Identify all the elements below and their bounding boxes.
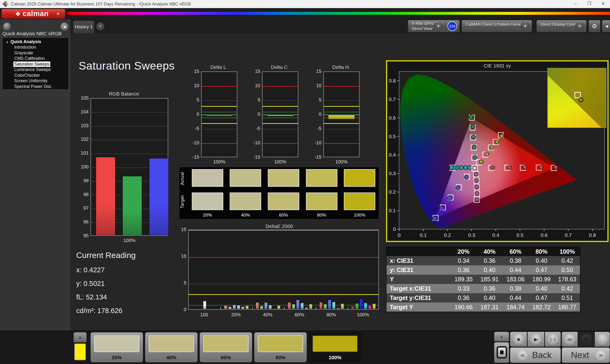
pattern-level-button-100%[interactable]: 100%: [309, 332, 362, 363]
deltae-bar: [364, 303, 367, 309]
calman-window: Calman 2025 Calman Ultimate for Business…: [0, 0, 610, 364]
spectrum-gradient-bar: [68, 12, 610, 15]
refresh-button[interactable]: ⟳: [578, 332, 594, 347]
pattern-generator-selector[interactable]: CalMAN Client 3 Pattern Generator ▼: [462, 20, 532, 32]
x-tick: [316, 307, 316, 309]
y-tick-label: 105: [79, 95, 89, 101]
delta_c-plot: [262, 71, 298, 157]
sidebar-item-screen-uniformity[interactable]: Screen Uniformity: [13, 78, 48, 84]
y-tick-label: 0.3: [389, 170, 396, 176]
y-tick-label: 98: [79, 192, 89, 197]
sidebar-item-luminance-sweeps[interactable]: Luminance Sweeps: [13, 67, 52, 73]
pattern-level-button-40%[interactable]: 40%: [145, 332, 198, 363]
rgb-balance-chart: RGB Balance 1051041031021011009998979695…: [79, 91, 169, 248]
exposure-badge[interactable]: 225: [447, 21, 457, 31]
x-tick-label: 0.6: [541, 232, 547, 238]
measured-cyan: [468, 166, 472, 169]
table-cell: 180.77: [555, 302, 580, 312]
x-tick-label: 100%: [201, 159, 237, 165]
x-tick-label: 0.5: [516, 232, 523, 238]
actual-swatch-40%: [230, 169, 261, 187]
single-measure-button[interactable]: [··]: [545, 332, 561, 347]
tree-root-quick-analysis[interactable]: Quick Analysis: [2, 39, 69, 45]
back-button[interactable]: « Back: [510, 347, 561, 363]
stop-button[interactable]: ■: [510, 332, 527, 347]
table-cell: 0.44: [503, 265, 529, 275]
delta-h-chart: Delta H 151050-5-10-15100%: [312, 64, 369, 164]
sidebar-item-cms-calibration[interactable]: CMS Calibration: [13, 56, 46, 62]
deltae-bar: [264, 302, 268, 309]
pattern-level-button-60%[interactable]: 60%: [199, 332, 252, 363]
deltae-2000-chart: DeltaE 2000 15105010020%40%60%80%100%: [177, 223, 381, 320]
measurement-table: 20%40%60%80%100%x: CIE310.340.360.380.40…: [386, 247, 581, 312]
cie-1931-chart-panel[interactable]: CIE 1931 xy 00.10.20.30.40.50.60.70.800.…: [386, 60, 609, 242]
minimize-icon[interactable]: –: [569, 0, 582, 8]
y-tick-label: 0.1: [389, 208, 396, 213]
gear-icon[interactable]: ⚙: [589, 20, 600, 32]
meter-selector[interactable]: X-Rite i1Pro 2 Direct View ▼ 225: [408, 20, 460, 32]
sidebar-item-spectral-power-dist-[interactable]: Spectral Power Dist.: [13, 84, 53, 90]
main-content: Saturation Sweeps RGB Balance 1051041031…: [71, 33, 610, 331]
sidebar-item-grayscale[interactable]: Grayscale: [13, 50, 34, 56]
expander-icon[interactable]: [6, 41, 8, 43]
display-control-selector[interactable]: Direct Display Control ▼: [536, 20, 587, 32]
pattern-up-arrow-icon[interactable]: ▲: [494, 332, 509, 342]
table-cell: 0.33: [451, 284, 477, 293]
measured-yellow: [490, 145, 494, 149]
maximize-icon[interactable]: ❐: [582, 0, 596, 8]
meter-name: X-Rite i1Pro 2: [412, 21, 437, 26]
pattern-window-button[interactable]: [494, 342, 509, 363]
target-row-label: Target: [180, 194, 186, 210]
measured-blue: [456, 186, 460, 190]
limit-line: [324, 143, 359, 144]
play-button[interactable]: ▶: [527, 332, 545, 347]
patch-up-arrow-icon[interactable]: ▲: [73, 332, 87, 343]
pattern-generator-label: CalMAN Client 3 Pattern Generator: [466, 22, 529, 27]
measured-yellow: [495, 140, 499, 144]
calman-menu-button[interactable]: ❖ calman ▼: [1, 9, 65, 19]
y-tick-label: -15: [312, 154, 322, 160]
measured-yellow: [479, 160, 483, 164]
deltae-bar: [305, 307, 308, 309]
chevron-down-icon[interactable]: ▼: [520, 23, 530, 30]
sidebar-item-saturation-sweeps[interactable]: Saturation Sweeps: [13, 62, 50, 67]
sidebar-collapse-icon[interactable]: ◀: [61, 23, 68, 30]
sidebar-item-introduction[interactable]: Introduction: [13, 45, 37, 50]
row-label: Target x:CIE31: [386, 284, 451, 293]
x-tick-label: 0.2: [444, 232, 451, 238]
limit-line: [324, 106, 359, 107]
chevron-down-icon[interactable]: ▼: [575, 23, 584, 30]
gridline: [324, 129, 359, 129]
sidebar-item-colorchecker[interactable]: ColorChecker: [13, 73, 41, 78]
table-cell: 0.36: [451, 265, 477, 275]
table-header-cell: 60%: [503, 247, 529, 256]
pattern-level-button-80%[interactable]: 80%: [254, 332, 307, 363]
delta_h-plot: [323, 71, 360, 157]
table-cell: 182.72: [529, 302, 555, 312]
limit-line: [263, 106, 298, 107]
current-patch-swatch[interactable]: [74, 343, 86, 360]
y-tick-label: -15: [251, 154, 260, 160]
y-tick-label: -10: [312, 140, 322, 145]
limit-line: [202, 117, 237, 118]
actual-target-swatch-panel: ActualTarget20%40%60%80%100%: [180, 167, 379, 219]
chevron-down-icon[interactable]: ▼: [54, 11, 62, 17]
row-label: Y: [386, 275, 451, 284]
deltae-bar: [273, 309, 276, 309]
add-tab-button[interactable]: +: [96, 22, 104, 30]
pattern-level-label: 20%: [91, 355, 143, 360]
record-button[interactable]: [595, 332, 610, 347]
next-button[interactable]: Next »: [562, 347, 610, 363]
close-icon[interactable]: ✕: [596, 0, 610, 8]
pattern-level-swatch: [203, 335, 248, 352]
chevron-down-icon[interactable]: ▼: [434, 23, 443, 30]
y-tick-label: 10: [312, 83, 322, 88]
continuous-measure-button[interactable]: ∞: [562, 332, 578, 347]
collapse-panel-icon[interactable]: ◀: [602, 20, 610, 32]
measured-cyan: [464, 166, 467, 169]
measured-blue: [447, 196, 452, 200]
pattern-level-button-20%[interactable]: 20%: [90, 332, 143, 363]
actual-row-label: Actual: [180, 170, 186, 186]
tab-history-1[interactable]: History 1: [73, 21, 94, 33]
workflow-radio-icon[interactable]: [3, 23, 11, 30]
